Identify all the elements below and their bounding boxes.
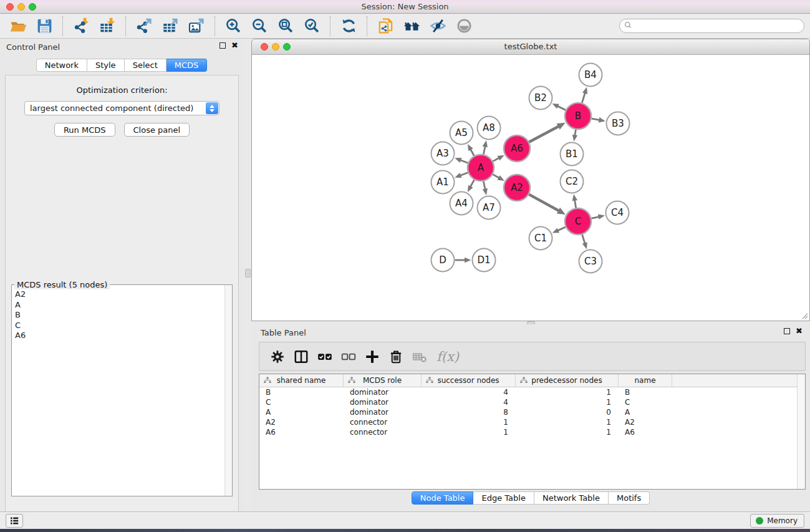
column-header-name[interactable]: name	[619, 374, 672, 387]
result-item[interactable]: C	[15, 321, 224, 331]
resize-grip-icon[interactable]	[801, 312, 808, 319]
mcds-result-list[interactable]: A2ABCA6	[12, 287, 224, 495]
refresh-button[interactable]	[335, 15, 362, 37]
table-scrollbar[interactable]	[797, 374, 805, 489]
settings-button[interactable]	[266, 345, 289, 369]
column-header-successor-nodes[interactable]: successor nodes	[422, 374, 516, 387]
add-button[interactable]	[360, 345, 384, 369]
table-row[interactable]: Adominator80A	[259, 407, 805, 417]
graph-edge-C-C1[interactable]	[557, 227, 565, 231]
float-table-panel-icon[interactable]	[784, 328, 790, 334]
tab-style[interactable]: Style	[87, 59, 125, 72]
table-cell[interactable]: 8	[422, 408, 516, 417]
export-network-button[interactable]	[131, 15, 157, 37]
graph-edge-A-A8[interactable]	[483, 145, 485, 154]
export-table-button[interactable]	[157, 15, 183, 37]
table-cell[interactable]: 1	[516, 398, 619, 407]
graph-edge-A-A3[interactable]	[460, 160, 468, 163]
result-scrollbar[interactable]	[224, 285, 232, 496]
zoom-selected-button[interactable]	[299, 15, 325, 37]
result-item[interactable]: A6	[15, 331, 224, 341]
table-cell[interactable]: A	[259, 408, 344, 417]
table-cell[interactable]: 1	[516, 388, 619, 397]
graph-edge-C-C3[interactable]	[582, 235, 586, 244]
tab-node-table[interactable]: Node Table	[412, 491, 474, 505]
zoom-in-button[interactable]	[220, 15, 246, 37]
tab-edge-table[interactable]: Edge Table	[473, 491, 534, 505]
table-cell[interactable]: dominator	[344, 388, 422, 397]
table-cell[interactable]: A6	[259, 428, 344, 437]
table-cell[interactable]: 1	[422, 428, 516, 437]
table-row[interactable]: Bdominator41B	[259, 387, 805, 397]
table-cell[interactable]: 4	[422, 388, 516, 397]
graph-edge-C-C4[interactable]	[591, 216, 599, 218]
memory-button[interactable]: Memory	[750, 514, 804, 528]
graph-edge-A-A7[interactable]	[483, 181, 485, 190]
column-header-shared-name[interactable]: shared name	[259, 374, 344, 387]
table-cell[interactable]: 1	[422, 418, 516, 427]
export-image-button[interactable]	[183, 15, 210, 37]
table-row[interactable]: A2connector11A2	[259, 417, 805, 427]
table-cell[interactable]: 1	[516, 428, 619, 437]
tab-mcds[interactable]: MCDS	[166, 59, 208, 72]
table-cell[interactable]: 1	[516, 418, 619, 427]
graph-edge-A2-C[interactable]	[529, 195, 559, 211]
deselect-all-button[interactable]	[337, 345, 360, 369]
graph-edge-A-A1[interactable]	[460, 173, 468, 176]
table-cell[interactable]: C	[619, 398, 672, 407]
table-cell[interactable]: B	[259, 388, 344, 397]
tab-network[interactable]: Network	[36, 59, 87, 72]
network-window-titlebar[interactable]: testGlobe.txt	[252, 39, 809, 55]
table-cell[interactable]: dominator	[344, 408, 422, 417]
zoom-fit-button[interactable]	[272, 15, 299, 37]
table-cell[interactable]: connector	[344, 418, 422, 427]
close-table-panel-icon[interactable]: ✖	[796, 328, 803, 334]
float-panel-icon[interactable]	[219, 42, 226, 49]
table-cell[interactable]: 4	[422, 398, 516, 407]
table-cell[interactable]: A2	[619, 418, 672, 427]
result-item[interactable]: A	[15, 300, 224, 311]
result-item[interactable]: B	[15, 310, 224, 321]
tab-network-table[interactable]: Network Table	[534, 491, 609, 505]
close-panel-button[interactable]: Close panel	[124, 123, 190, 137]
graph-edge-B-B2[interactable]	[557, 106, 566, 110]
table-cell[interactable]: dominator	[344, 398, 422, 407]
search-field[interactable]	[619, 19, 804, 33]
tab-select[interactable]: Select	[125, 59, 166, 72]
table-cell[interactable]: connector	[344, 428, 422, 437]
column-header-MCDS-role[interactable]: MCDS role	[344, 374, 422, 387]
close-panel-icon[interactable]: ✖	[231, 42, 238, 49]
show-panels-button[interactable]	[6, 514, 23, 528]
table-cell[interactable]: C	[259, 398, 344, 407]
column-header-predecessor-nodes[interactable]: predecessor nodes	[516, 374, 619, 387]
table-cell[interactable]: A2	[259, 418, 344, 427]
graph-edge-B-B3[interactable]	[592, 118, 600, 120]
search-input[interactable]	[632, 20, 804, 32]
zoom-out-button[interactable]	[246, 15, 272, 37]
select-all-button[interactable]	[313, 345, 337, 369]
save-session-button[interactable]	[31, 15, 57, 37]
show-panel-button[interactable]	[451, 15, 477, 37]
table-row[interactable]: A6connector11A6	[259, 427, 805, 437]
tab-motifs[interactable]: Motifs	[609, 491, 650, 505]
table-cell[interactable]: 0	[516, 408, 619, 417]
home-button[interactable]	[398, 15, 425, 37]
table-cell[interactable]: A	[619, 408, 672, 417]
result-item[interactable]: A2	[15, 289, 224, 300]
columns-button[interactable]	[289, 345, 313, 369]
delete-button[interactable]	[384, 345, 408, 369]
graph-edge-C-C2[interactable]	[574, 200, 576, 208]
vertical-splitter-handle[interactable]	[245, 269, 251, 278]
run-mcds-button[interactable]: Run MCDS	[54, 123, 115, 137]
import-table-button[interactable]	[94, 15, 120, 37]
open-session-button[interactable]	[5, 15, 31, 37]
network-canvas[interactable]: B4B2BB3A8A5A6B1A3AC2A1A2A4A7C4CC1C3DD1	[252, 55, 809, 321]
hide-panel-button[interactable]	[425, 15, 451, 37]
graph-edge-A-A4[interactable]	[470, 180, 475, 187]
copy-network-button[interactable]	[372, 15, 398, 37]
table-cell[interactable]: B	[619, 388, 672, 397]
table-cell[interactable]: A6	[619, 428, 672, 437]
criterion-select[interactable]: largest connected component (directed)	[24, 101, 219, 115]
graph-edge-A6-B[interactable]	[529, 126, 559, 142]
graph-edge-B-B4[interactable]	[582, 92, 585, 103]
